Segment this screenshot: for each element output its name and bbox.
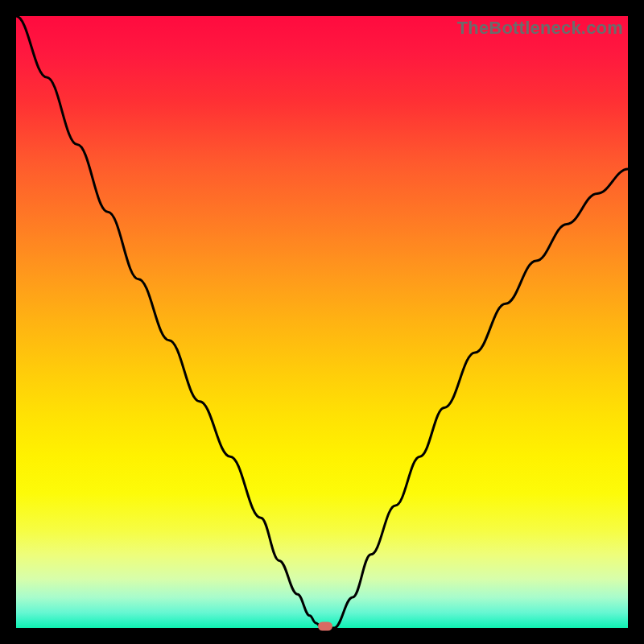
optimum-marker [318, 621, 332, 630]
plot-area: TheBottleneck.com [16, 16, 628, 628]
bottleneck-curve [16, 16, 628, 628]
chart-frame: TheBottleneck.com [0, 0, 644, 644]
